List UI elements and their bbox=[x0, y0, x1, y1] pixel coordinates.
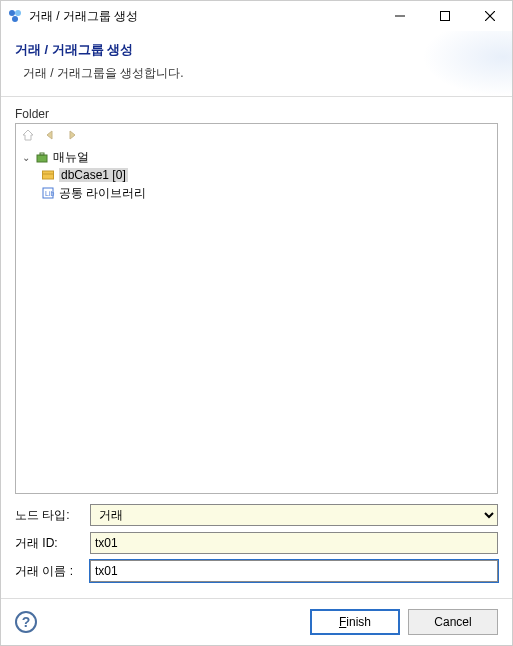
folder-tree[interactable]: ⌄ 매뉴얼 dbCase1 [0] Lib 공통 라이브러리 bbox=[16, 146, 497, 204]
row-tx-id: 거래 ID: bbox=[15, 532, 498, 554]
label-tx-id: 거래 ID: bbox=[15, 535, 90, 552]
back-icon[interactable] bbox=[42, 127, 58, 143]
label-node-type: 노드 타입: bbox=[15, 507, 90, 524]
briefcase-icon bbox=[34, 149, 50, 165]
minimize-button[interactable] bbox=[377, 1, 422, 31]
tree-toolbar bbox=[16, 124, 497, 146]
form-section: 노드 타입: 거래 거래 ID: 거래 이름 : bbox=[15, 504, 498, 588]
row-tx-name: 거래 이름 : bbox=[15, 560, 498, 582]
dialog-window: 거래 / 거래그룹 생성 거래 / 거래그룹 생성 거래 / 거래그룹을 생성합… bbox=[0, 0, 513, 646]
forward-icon[interactable] bbox=[64, 127, 80, 143]
row-node-type: 노드 타입: 거래 bbox=[15, 504, 498, 526]
svg-rect-4 bbox=[440, 12, 449, 21]
tree-node-library[interactable]: Lib 공통 라이브러리 bbox=[18, 184, 495, 202]
maximize-button[interactable] bbox=[422, 1, 467, 31]
node-type-select[interactable]: 거래 bbox=[90, 504, 498, 526]
home-icon[interactable] bbox=[20, 127, 36, 143]
expand-icon[interactable]: ⌄ bbox=[20, 152, 31, 163]
dialog-header: 거래 / 거래그룹 생성 거래 / 거래그룹을 생성합니다. bbox=[1, 31, 512, 97]
svg-rect-7 bbox=[37, 155, 47, 162]
svg-rect-8 bbox=[40, 153, 44, 155]
label-tx-name: 거래 이름 : bbox=[15, 563, 90, 580]
app-icon bbox=[7, 8, 23, 24]
dialog-footer: ? Finish Cancel bbox=[1, 598, 512, 645]
tx-id-input[interactable] bbox=[90, 532, 498, 554]
header-subtitle: 거래 / 거래그룹을 생성합니다. bbox=[15, 65, 498, 82]
tree-node-root[interactable]: ⌄ 매뉴얼 bbox=[18, 148, 495, 166]
tree-node-label: 매뉴얼 bbox=[53, 149, 89, 166]
tx-name-input[interactable] bbox=[90, 560, 498, 582]
folder-label: Folder bbox=[15, 107, 498, 121]
case-icon bbox=[40, 167, 56, 183]
header-title: 거래 / 거래그룹 생성 bbox=[15, 41, 498, 59]
dialog-body: Folder ⌄ 매뉴얼 bbox=[1, 97, 512, 598]
folder-tree-panel: ⌄ 매뉴얼 dbCase1 [0] Lib 공통 라이브러리 bbox=[15, 123, 498, 494]
svg-point-0 bbox=[9, 10, 15, 16]
svg-point-2 bbox=[12, 16, 18, 22]
finish-button[interactable]: Finish bbox=[310, 609, 400, 635]
tree-node-label: dbCase1 [0] bbox=[59, 168, 128, 182]
library-icon: Lib bbox=[40, 185, 56, 201]
tree-node-dbcase[interactable]: dbCase1 [0] bbox=[18, 166, 495, 184]
close-button[interactable] bbox=[467, 1, 512, 31]
titlebar: 거래 / 거래그룹 생성 bbox=[1, 1, 512, 31]
svg-text:Lib: Lib bbox=[45, 190, 54, 197]
help-icon[interactable]: ? bbox=[15, 611, 37, 633]
tree-node-label: 공통 라이브러리 bbox=[59, 185, 146, 202]
svg-point-1 bbox=[15, 10, 21, 16]
svg-rect-9 bbox=[43, 171, 54, 179]
cancel-button[interactable]: Cancel bbox=[408, 609, 498, 635]
window-title: 거래 / 거래그룹 생성 bbox=[29, 8, 377, 25]
